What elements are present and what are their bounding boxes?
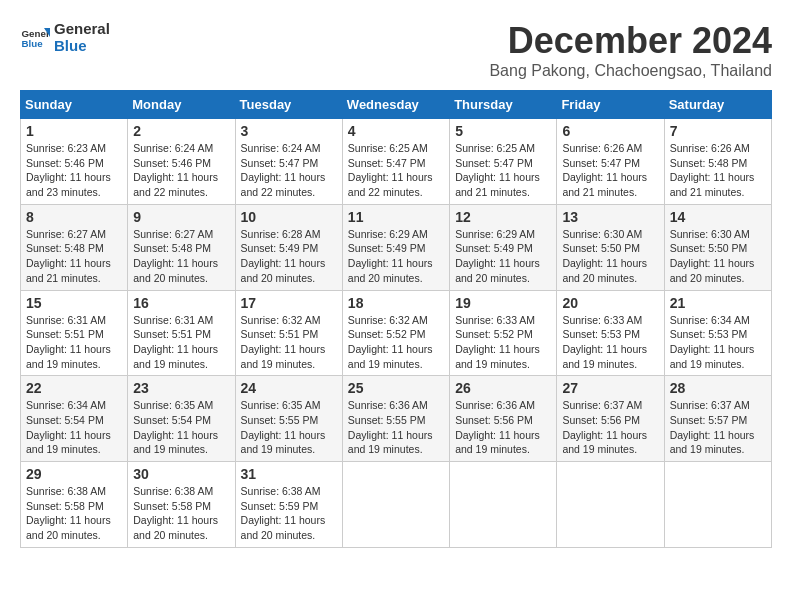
day-number: 30 xyxy=(133,466,229,482)
day-number: 23 xyxy=(133,380,229,396)
day-number: 9 xyxy=(133,209,229,225)
day-number: 29 xyxy=(26,466,122,482)
calendar-day-cell: 10Sunrise: 6:28 AM Sunset: 5:49 PM Dayli… xyxy=(235,204,342,290)
day-info: Sunrise: 6:33 AM Sunset: 5:53 PM Dayligh… xyxy=(562,313,658,372)
calendar-day-cell: 13Sunrise: 6:30 AM Sunset: 5:50 PM Dayli… xyxy=(557,204,664,290)
calendar-day-cell xyxy=(342,462,449,548)
day-number: 20 xyxy=(562,295,658,311)
calendar-header-cell: Wednesday xyxy=(342,91,449,119)
day-number: 21 xyxy=(670,295,766,311)
day-info: Sunrise: 6:29 AM Sunset: 5:49 PM Dayligh… xyxy=(348,227,444,286)
day-number: 2 xyxy=(133,123,229,139)
day-number: 17 xyxy=(241,295,337,311)
calendar-day-cell xyxy=(450,462,557,548)
day-info: Sunrise: 6:29 AM Sunset: 5:49 PM Dayligh… xyxy=(455,227,551,286)
calendar-day-cell: 19Sunrise: 6:33 AM Sunset: 5:52 PM Dayli… xyxy=(450,290,557,376)
calendar-day-cell: 25Sunrise: 6:36 AM Sunset: 5:55 PM Dayli… xyxy=(342,376,449,462)
calendar-day-cell: 31Sunrise: 6:38 AM Sunset: 5:59 PM Dayli… xyxy=(235,462,342,548)
calendar-day-cell: 29Sunrise: 6:38 AM Sunset: 5:58 PM Dayli… xyxy=(21,462,128,548)
calendar-day-cell: 5Sunrise: 6:25 AM Sunset: 5:47 PM Daylig… xyxy=(450,119,557,205)
day-info: Sunrise: 6:38 AM Sunset: 5:58 PM Dayligh… xyxy=(26,484,122,543)
day-number: 1 xyxy=(26,123,122,139)
calendar-header-cell: Saturday xyxy=(664,91,771,119)
calendar-day-cell: 16Sunrise: 6:31 AM Sunset: 5:51 PM Dayli… xyxy=(128,290,235,376)
day-number: 24 xyxy=(241,380,337,396)
calendar-day-cell: 8Sunrise: 6:27 AM Sunset: 5:48 PM Daylig… xyxy=(21,204,128,290)
day-info: Sunrise: 6:34 AM Sunset: 5:54 PM Dayligh… xyxy=(26,398,122,457)
calendar-day-cell xyxy=(664,462,771,548)
calendar-day-cell: 1Sunrise: 6:23 AM Sunset: 5:46 PM Daylig… xyxy=(21,119,128,205)
calendar-day-cell: 26Sunrise: 6:36 AM Sunset: 5:56 PM Dayli… xyxy=(450,376,557,462)
day-number: 7 xyxy=(670,123,766,139)
day-number: 16 xyxy=(133,295,229,311)
day-number: 8 xyxy=(26,209,122,225)
logo-line2: Blue xyxy=(54,37,110,54)
calendar-day-cell: 6Sunrise: 6:26 AM Sunset: 5:47 PM Daylig… xyxy=(557,119,664,205)
logo-icon: General Blue xyxy=(20,22,50,52)
calendar-week-row: 1Sunrise: 6:23 AM Sunset: 5:46 PM Daylig… xyxy=(21,119,772,205)
title-area: December 2024 Bang Pakong, Chachoengsao,… xyxy=(489,20,772,80)
day-info: Sunrise: 6:32 AM Sunset: 5:52 PM Dayligh… xyxy=(348,313,444,372)
calendar-day-cell: 11Sunrise: 6:29 AM Sunset: 5:49 PM Dayli… xyxy=(342,204,449,290)
day-number: 31 xyxy=(241,466,337,482)
day-info: Sunrise: 6:38 AM Sunset: 5:58 PM Dayligh… xyxy=(133,484,229,543)
calendar-week-row: 8Sunrise: 6:27 AM Sunset: 5:48 PM Daylig… xyxy=(21,204,772,290)
calendar-header-cell: Friday xyxy=(557,91,664,119)
day-info: Sunrise: 6:24 AM Sunset: 5:46 PM Dayligh… xyxy=(133,141,229,200)
day-info: Sunrise: 6:25 AM Sunset: 5:47 PM Dayligh… xyxy=(348,141,444,200)
calendar-header-cell: Thursday xyxy=(450,91,557,119)
day-info: Sunrise: 6:30 AM Sunset: 5:50 PM Dayligh… xyxy=(562,227,658,286)
day-info: Sunrise: 6:34 AM Sunset: 5:53 PM Dayligh… xyxy=(670,313,766,372)
day-info: Sunrise: 6:35 AM Sunset: 5:55 PM Dayligh… xyxy=(241,398,337,457)
day-info: Sunrise: 6:36 AM Sunset: 5:55 PM Dayligh… xyxy=(348,398,444,457)
calendar-day-cell: 3Sunrise: 6:24 AM Sunset: 5:47 PM Daylig… xyxy=(235,119,342,205)
calendar-day-cell: 12Sunrise: 6:29 AM Sunset: 5:49 PM Dayli… xyxy=(450,204,557,290)
calendar-day-cell: 21Sunrise: 6:34 AM Sunset: 5:53 PM Dayli… xyxy=(664,290,771,376)
day-number: 6 xyxy=(562,123,658,139)
day-number: 14 xyxy=(670,209,766,225)
day-info: Sunrise: 6:32 AM Sunset: 5:51 PM Dayligh… xyxy=(241,313,337,372)
day-info: Sunrise: 6:27 AM Sunset: 5:48 PM Dayligh… xyxy=(26,227,122,286)
calendar-day-cell: 14Sunrise: 6:30 AM Sunset: 5:50 PM Dayli… xyxy=(664,204,771,290)
day-number: 18 xyxy=(348,295,444,311)
calendar-day-cell: 30Sunrise: 6:38 AM Sunset: 5:58 PM Dayli… xyxy=(128,462,235,548)
calendar-day-cell: 4Sunrise: 6:25 AM Sunset: 5:47 PM Daylig… xyxy=(342,119,449,205)
calendar-day-cell: 17Sunrise: 6:32 AM Sunset: 5:51 PM Dayli… xyxy=(235,290,342,376)
day-number: 5 xyxy=(455,123,551,139)
calendar-day-cell: 27Sunrise: 6:37 AM Sunset: 5:56 PM Dayli… xyxy=(557,376,664,462)
calendar-week-row: 15Sunrise: 6:31 AM Sunset: 5:51 PM Dayli… xyxy=(21,290,772,376)
day-info: Sunrise: 6:28 AM Sunset: 5:49 PM Dayligh… xyxy=(241,227,337,286)
calendar-day-cell: 23Sunrise: 6:35 AM Sunset: 5:54 PM Dayli… xyxy=(128,376,235,462)
day-number: 27 xyxy=(562,380,658,396)
day-info: Sunrise: 6:31 AM Sunset: 5:51 PM Dayligh… xyxy=(26,313,122,372)
day-info: Sunrise: 6:37 AM Sunset: 5:56 PM Dayligh… xyxy=(562,398,658,457)
calendar-header-row: SundayMondayTuesdayWednesdayThursdayFrid… xyxy=(21,91,772,119)
day-number: 22 xyxy=(26,380,122,396)
calendar-day-cell: 22Sunrise: 6:34 AM Sunset: 5:54 PM Dayli… xyxy=(21,376,128,462)
day-number: 12 xyxy=(455,209,551,225)
day-number: 26 xyxy=(455,380,551,396)
day-number: 11 xyxy=(348,209,444,225)
calendar-week-row: 29Sunrise: 6:38 AM Sunset: 5:58 PM Dayli… xyxy=(21,462,772,548)
calendar-week-row: 22Sunrise: 6:34 AM Sunset: 5:54 PM Dayli… xyxy=(21,376,772,462)
day-info: Sunrise: 6:38 AM Sunset: 5:59 PM Dayligh… xyxy=(241,484,337,543)
day-number: 19 xyxy=(455,295,551,311)
svg-text:Blue: Blue xyxy=(22,38,44,49)
day-info: Sunrise: 6:24 AM Sunset: 5:47 PM Dayligh… xyxy=(241,141,337,200)
day-info: Sunrise: 6:31 AM Sunset: 5:51 PM Dayligh… xyxy=(133,313,229,372)
month-title: December 2024 xyxy=(489,20,772,62)
day-number: 28 xyxy=(670,380,766,396)
day-info: Sunrise: 6:26 AM Sunset: 5:47 PM Dayligh… xyxy=(562,141,658,200)
location-title: Bang Pakong, Chachoengsao, Thailand xyxy=(489,62,772,80)
day-info: Sunrise: 6:30 AM Sunset: 5:50 PM Dayligh… xyxy=(670,227,766,286)
day-number: 3 xyxy=(241,123,337,139)
calendar-header-cell: Sunday xyxy=(21,91,128,119)
logo-line1: General xyxy=(54,20,110,37)
day-info: Sunrise: 6:23 AM Sunset: 5:46 PM Dayligh… xyxy=(26,141,122,200)
day-info: Sunrise: 6:25 AM Sunset: 5:47 PM Dayligh… xyxy=(455,141,551,200)
day-info: Sunrise: 6:26 AM Sunset: 5:48 PM Dayligh… xyxy=(670,141,766,200)
day-number: 15 xyxy=(26,295,122,311)
calendar-day-cell: 24Sunrise: 6:35 AM Sunset: 5:55 PM Dayli… xyxy=(235,376,342,462)
calendar-header-cell: Tuesday xyxy=(235,91,342,119)
calendar-day-cell: 28Sunrise: 6:37 AM Sunset: 5:57 PM Dayli… xyxy=(664,376,771,462)
